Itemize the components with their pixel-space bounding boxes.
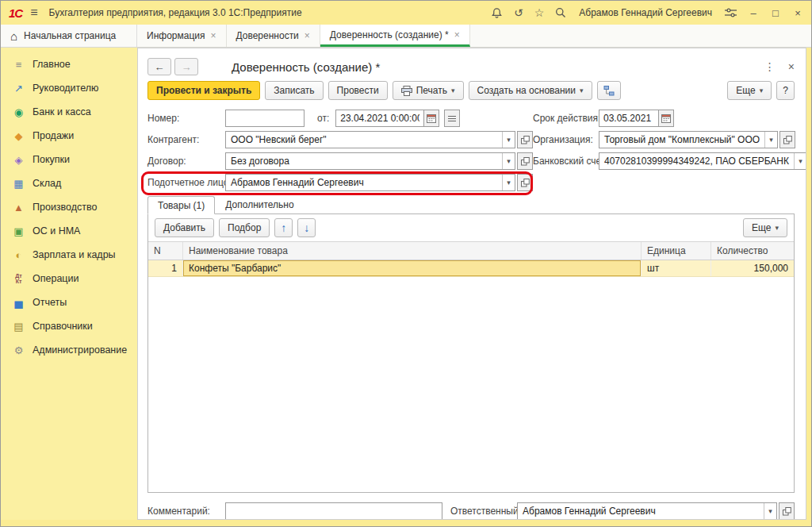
dropdown-icon[interactable]: ▾: [502, 153, 515, 169]
bank-account-field[interactable]: 40702810399994349242, ПАО СБЕРБАНК ▾: [599, 152, 806, 170]
forward-button[interactable]: →: [174, 58, 198, 75]
sidebar-item-administrirovanie[interactable]: ⚙ Администрирование: [1, 338, 137, 362]
sidebar-item-proizvodstvo[interactable]: ▲ Производство: [1, 195, 137, 219]
table-row[interactable]: 1 Конфеты "Барбарис" шт 150,000: [148, 260, 794, 277]
print-button[interactable]: Печать ▾: [393, 81, 464, 100]
post-button[interactable]: Провести: [328, 81, 388, 100]
contract-field[interactable]: Без договора ▾: [225, 152, 515, 170]
sidebar-item-pokupki[interactable]: ◈ Покупки: [1, 148, 137, 171]
sidebar-item-otchety[interactable]: ▅ Отчеты: [1, 290, 137, 314]
number-input[interactable]: [225, 110, 304, 127]
tab-goods[interactable]: Товары (1): [147, 196, 215, 214]
cell-unit[interactable]: шт: [642, 260, 711, 276]
sidebar-item-bank-i-kassa[interactable]: ◉ Банк и касса: [1, 100, 137, 124]
coin-icon: ◉: [12, 107, 25, 117]
search-icon[interactable]: [555, 7, 566, 18]
tab-additional[interactable]: Дополнительно: [215, 195, 304, 213]
sidebar-item-label: Отчеты: [33, 297, 67, 308]
create-on-base-label: Создать на основании: [477, 85, 576, 96]
date-list-button[interactable]: [444, 110, 460, 127]
tune-settings-icon[interactable]: [725, 8, 737, 17]
column-header-unit[interactable]: Единица: [642, 242, 711, 260]
form-footer: Комментарий: Ответственный: Абрамов Генн…: [138, 493, 806, 520]
sidebar-item-zarplata-i-kadry[interactable]: ◐ Зарплата и кадры: [1, 243, 137, 267]
move-down-button[interactable]: ↓: [297, 218, 316, 237]
valid-until-input[interactable]: [599, 110, 659, 127]
gear-icon: ⚙: [12, 345, 25, 356]
help-button[interactable]: ?: [776, 81, 795, 100]
column-header-name[interactable]: Наименование товара: [183, 242, 642, 260]
column-header-n[interactable]: N: [148, 242, 183, 260]
kebab-menu-icon[interactable]: ⋮: [764, 60, 776, 73]
accountable-person-open-button[interactable]: [517, 174, 533, 191]
sidebar-item-prodazhi[interactable]: ◆ Продажи: [1, 124, 137, 148]
more-button[interactable]: Еще ▾: [727, 81, 772, 100]
sidebar-item-glavnoe[interactable]: ≡ Главное: [1, 52, 137, 76]
back-button[interactable]: ←: [147, 58, 171, 75]
chevron-down-icon: ▾: [760, 87, 764, 94]
maximize-button[interactable]: □: [770, 7, 781, 19]
home-tab[interactable]: ⌂ Начальная страница: [1, 25, 137, 47]
column-header-qty[interactable]: Количество: [711, 242, 794, 260]
purchases-icon: ◈: [12, 155, 25, 165]
dropdown-icon[interactable]: ▾: [764, 132, 777, 148]
sidebar-item-label: Справочники: [33, 321, 93, 332]
sidebar-item-sklad[interactable]: ▦ Склад: [1, 171, 137, 195]
sidebar-item-rukovoditelyu[interactable]: ↗ Руководителю: [1, 76, 137, 100]
form-toolbar: Провести и закрыть Записать Провести Печ…: [138, 79, 806, 106]
sidebar-item-spravochniki[interactable]: ▤ Справочники: [1, 314, 137, 338]
current-user[interactable]: Абрамов Геннадий Сергеевич: [579, 7, 712, 18]
responsible-field[interactable]: Абрамов Геннадий Сергеевич ▾: [517, 502, 777, 520]
responsible-open-button[interactable]: [779, 502, 795, 520]
sidebar-item-operatsii[interactable]: Дт Кт Операции: [1, 267, 137, 290]
close-window-button[interactable]: ×: [792, 7, 803, 19]
list-icon: ≡: [12, 60, 25, 70]
favorites-star-icon[interactable]: ☆: [534, 7, 545, 18]
comment-input[interactable]: [225, 502, 442, 520]
minimize-button[interactable]: –: [748, 7, 759, 19]
organization-open-button[interactable]: [779, 131, 795, 148]
sidebar-item-label: Покупки: [33, 154, 70, 165]
cell-qty[interactable]: 150,000: [711, 260, 794, 276]
close-tab-icon[interactable]: ×: [304, 30, 310, 41]
sidebar-item-os-i-nma[interactable]: ▣ ОС и НМА: [1, 219, 137, 243]
calendar-button[interactable]: [658, 110, 674, 127]
calendar-icon: [661, 113, 671, 123]
main-menu-icon[interactable]: ≡: [30, 6, 37, 20]
reports-bar-icon: ▅: [12, 298, 25, 308]
counterparty-field[interactable]: ООО "Невский берег" ▾: [225, 131, 515, 148]
calendar-button[interactable]: [423, 110, 439, 127]
cell-name[interactable]: Конфеты "Барбарис": [183, 260, 642, 276]
tab-doverennosti[interactable]: Доверенности ×: [227, 25, 320, 47]
date-input[interactable]: [335, 110, 424, 127]
goods-more-button[interactable]: Еще ▾: [743, 218, 787, 237]
open-link-icon: [783, 507, 791, 516]
contract-open-button[interactable]: [517, 152, 533, 170]
organization-field[interactable]: Торговый дом "Комплексный" ООО ▾: [599, 131, 778, 148]
tab-informatsiya[interactable]: Информация ×: [137, 25, 227, 47]
pick-button[interactable]: Подбор: [219, 218, 270, 237]
counterparty-open-button[interactable]: [517, 131, 533, 148]
dropdown-icon[interactable]: ▾: [764, 503, 776, 519]
close-form-icon[interactable]: ×: [788, 60, 795, 73]
trend-chart-icon: ↗: [12, 83, 25, 94]
dropdown-icon[interactable]: ▾: [502, 175, 515, 190]
payroll-icon: ◐: [12, 250, 25, 260]
history-icon[interactable]: ↺: [514, 7, 523, 18]
cell-n[interactable]: 1: [148, 260, 183, 276]
add-row-button[interactable]: Добавить: [155, 218, 214, 237]
close-tab-icon[interactable]: ×: [454, 29, 460, 40]
goods-toolbar: Добавить Подбор ↑ ↓ Еще ▾: [148, 214, 794, 241]
document-structure-icon: [603, 86, 615, 96]
accountable-person-field[interactable]: Абрамов Геннадий Сергеевич ▾: [225, 174, 515, 191]
notifications-bell-icon[interactable]: [491, 7, 503, 19]
dropdown-icon[interactable]: ▾: [502, 132, 515, 148]
close-tab-icon[interactable]: ×: [210, 30, 216, 41]
tab-doverennost-sozdanie[interactable]: Доверенность (создание) * ×: [320, 25, 470, 47]
document-structure-button[interactable]: [597, 81, 621, 100]
move-up-button[interactable]: ↑: [274, 218, 293, 237]
dropdown-icon[interactable]: ▾: [794, 153, 806, 169]
post-and-close-button[interactable]: Провести и закрыть: [147, 81, 260, 100]
create-on-base-button[interactable]: Создать на основании ▾: [469, 81, 592, 100]
write-button[interactable]: Записать: [265, 81, 323, 100]
